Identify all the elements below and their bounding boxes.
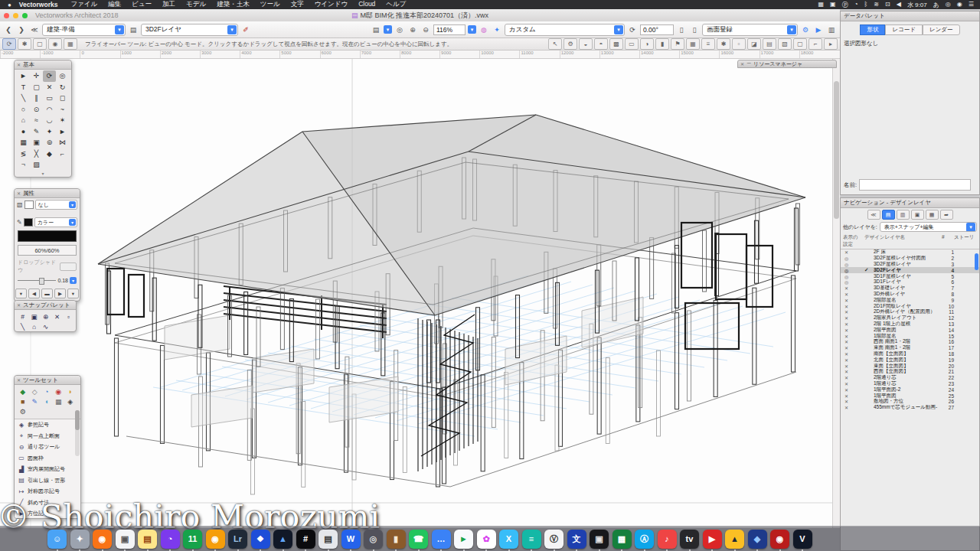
layer-visibility-icon[interactable]: ✕ [843,285,863,291]
layer-visibility-icon[interactable]: ✕ [843,405,863,410]
snap-box-icon[interactable]: ▫ [732,38,746,50]
toolset-tool-item[interactable]: ▭ 図面枠 [15,453,80,465]
compass-icon[interactable]: ✦ [492,24,502,35]
snap-intersection-icon[interactable]: ✕ [51,311,63,321]
attr-marker-menu[interactable]: ▾ [67,289,79,298]
toolset-tool-item[interactable]: ◈ 参照記号 [15,419,80,431]
layer-list-scrollbar[interactable] [975,253,978,270]
toolset-tool-item[interactable]: ↦ 対称図示記号 [15,486,80,497]
resource-manager-palette[interactable]: ✕ ー リソースマネージャ [737,60,837,68]
close-icon[interactable]: ✕ [17,377,21,383]
pen-disabled-icon[interactable]: ✐ [240,24,251,35]
sheet-icon[interactable]: ▤ [763,38,776,50]
delete-tool[interactable]: ✕ [43,82,56,93]
opacity-button[interactable]: 60%/60% [18,245,77,256]
layer-visibility-icon[interactable]: ✕ [843,292,863,297]
flyover-mode-icon[interactable]: ⟳ [2,38,16,50]
toolset-cat-dims[interactable]: ✎ [29,396,41,406]
wifi-icon[interactable]: ≋ [874,1,879,9]
layer-visibility-icon[interactable]: ✕ [843,315,863,321]
nav-tab-viewports[interactable]: ▣ [911,210,924,220]
layer-visibility-icon[interactable]: ✕ [843,393,863,399]
menu-item[interactable]: 編集 [108,0,121,9]
dock-camera-app[interactable]: ▣ [590,530,609,549]
minimize-window-button[interactable] [13,13,18,18]
layer-visibility-icon[interactable]: ✕ [843,369,863,374]
sheet-border-icon[interactable]: ▯ [689,24,700,35]
dock-music[interactable]: ♪ [658,530,677,549]
layer-visibility-icon[interactable]: ✕ [843,375,863,380]
layer-visibility-icon[interactable]: ✕ [843,249,863,255]
snap-grid-icon[interactable]: # [17,311,28,321]
dock-lightroom[interactable]: Lr [228,530,247,549]
freehand-tool[interactable]: ~ [56,104,69,116]
layer-visibility-icon[interactable]: ✕ [843,321,863,327]
design-layer-row[interactable]: ✕ 455mmで芯モジュール動画- 27 [841,405,979,411]
layer-visibility-icon[interactable]: ✕ [843,351,863,357]
corner-icon[interactable]: ⌐ [808,38,822,50]
class-options-icon[interactable]: ◒ [579,38,593,50]
palette-title-bar[interactable]: ナビゲーション - デザインレイヤ [841,198,979,208]
eye-mode-icon[interactable]: ◉ [48,38,62,50]
page-setup-icon[interactable]: ▯ [676,24,687,35]
nav-tab-references[interactable]: ➦ [940,210,953,220]
menu-item[interactable]: 加工 [162,0,175,9]
dock-photos[interactable]: ✿ [477,530,496,549]
ruler-toggle-icon[interactable]: ≡ [701,38,715,50]
snap-point-icon[interactable]: ⊕ [40,311,51,321]
oval-tool[interactable]: ⊙ [30,104,43,116]
panel-toggle-icon[interactable]: ▥ [826,24,837,35]
rotate-mode-icon[interactable]: ✱ [18,38,31,50]
dock-cube-app[interactable]: ❖ [251,530,270,549]
data-palette-tab[interactable]: 形状 [860,24,885,35]
selection-tool[interactable]: ► [17,70,30,82]
palette-title-bar[interactable]: データパレット [841,11,979,21]
toolset-cat-globe[interactable]: ◔ [41,386,53,396]
constrain-tool[interactable]: ⋈ [56,137,69,148]
palette-title-bar[interactable]: ✕ 基本 [15,60,71,70]
nav-tab-saved-views[interactable]: ▦ [926,210,939,220]
snap-angle-icon[interactable]: ╲ [17,321,28,331]
spotlight-icon[interactable]: ◎ [946,1,951,9]
layer-visibility-icon[interactable]: ✕ [843,328,863,333]
grid-mode-icon[interactable]: ▦ [64,38,77,50]
dock-orange-app[interactable]: ◉ [206,530,225,549]
siri-icon[interactable]: ◉ [957,1,962,9]
menu-item[interactable]: ヘルプ [386,0,406,9]
volume-icon[interactable]: ◀ [897,1,901,9]
dock-printer[interactable]: ▤ [318,530,338,549]
pen-style-dropdown[interactable]: カラー▾ [34,217,77,227]
menu-item[interactable]: ツール [260,0,280,9]
saved-views-dropdown[interactable]: 画面登録▾ [702,24,798,36]
circle-tool[interactable]: ○ [17,104,30,116]
play-icon[interactable]: ▶ [813,24,824,35]
texture-icon[interactable]: ▦ [686,38,700,50]
dock-prism-app[interactable]: ▲ [273,530,292,549]
dock-messages[interactable]: … [432,530,451,549]
notification-center-icon[interactable]: ☰ [969,1,974,9]
layer-visibility-icon[interactable]: ◎ [843,268,863,273]
menu-item[interactable]: 文字 [291,0,304,9]
arc-tool[interactable]: ◠ [43,104,56,116]
layer-visibility-icon[interactable]: ✕ [843,381,863,386]
layer-visibility-icon[interactable]: ✕ [843,364,863,369]
hatch-tool[interactable]: ▨ [30,159,43,171]
point-tool[interactable]: ● [17,126,30,138]
gear-icon[interactable]: ⚙ [800,24,811,35]
zoom-tool[interactable]: ◎ [56,70,69,82]
toolset-cat-settings[interactable]: ⚙ [17,406,29,416]
layer-visibility-icon[interactable]: ✕ [843,339,863,344]
shaded-icon[interactable]: ◪ [747,38,761,50]
zoom-window-button[interactable] [22,13,28,18]
dock-tv[interactable]: tv [680,530,699,549]
cross-tool[interactable]: ╳ [30,148,43,160]
toolset-cat-space[interactable]: ◇ [29,386,41,396]
marquee-tool[interactable]: ▢ [30,82,43,93]
dock-eleven-app[interactable]: 11 [183,530,202,549]
layer-visibility-icon[interactable]: ✕ [843,399,863,404]
dock-drive[interactable]: ▲ [725,530,744,549]
dropshadow-dropdown[interactable] [60,262,77,271]
snap-distance-icon[interactable]: ▫ [63,311,74,321]
close-icon[interactable]: ✕ [17,302,21,308]
rectangle-tool[interactable]: ▭ [43,93,56,104]
